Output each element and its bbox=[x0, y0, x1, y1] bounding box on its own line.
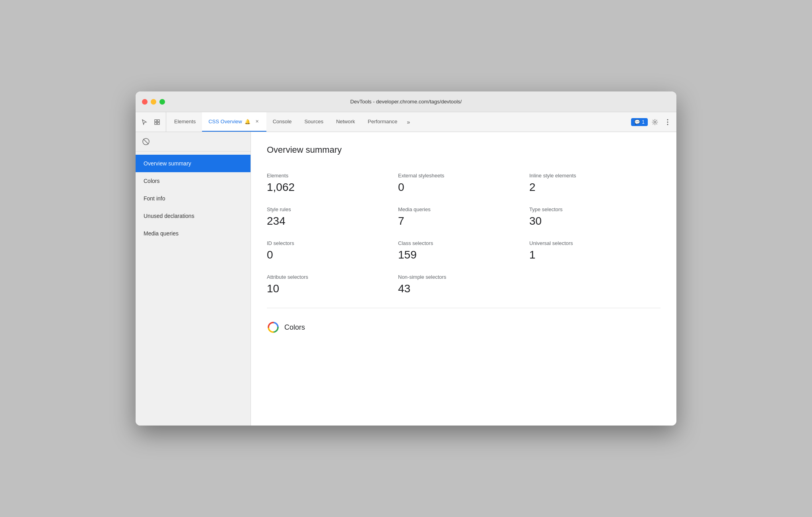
more-tabs-button[interactable]: » bbox=[404, 112, 413, 132]
maximize-button[interactable] bbox=[159, 99, 165, 105]
svg-rect-1 bbox=[157, 120, 159, 122]
stat-elements: Elements 1,062 bbox=[267, 166, 398, 200]
cursor-icon[interactable] bbox=[139, 117, 150, 128]
window-title: DevTools - developer.chrome.com/tags/dev… bbox=[350, 99, 462, 105]
svg-point-6 bbox=[667, 121, 668, 122]
colors-ring-icon bbox=[267, 321, 280, 334]
minimize-button[interactable] bbox=[151, 99, 156, 105]
chat-badge[interactable]: 💬 1 bbox=[631, 118, 648, 126]
block-icon bbox=[141, 137, 151, 146]
stat-external-stylesheets: External stylesheets 0 bbox=[398, 166, 529, 200]
inspect-icon[interactable] bbox=[152, 117, 163, 128]
stat-media-queries: Media queries 7 bbox=[398, 200, 529, 234]
sidebar-item-unused-declarations[interactable]: Unused declarations bbox=[136, 207, 251, 225]
stat-id-selectors: ID selectors 0 bbox=[267, 234, 398, 268]
stat-style-rules: Style rules 234 bbox=[267, 200, 398, 234]
tab-css-overview[interactable]: CSS Overview 🔔 ✕ bbox=[202, 112, 266, 132]
stat-inline-style-elements: Inline style elements 2 bbox=[529, 166, 660, 200]
tab-network[interactable]: Network bbox=[330, 112, 361, 132]
title-bar: DevTools - developer.chrome.com/tags/dev… bbox=[136, 91, 676, 112]
page-title: Overview summary bbox=[267, 145, 660, 155]
stat-universal-selectors: Universal selectors 1 bbox=[529, 234, 660, 268]
toolbar-left bbox=[139, 112, 166, 132]
tab-sources[interactable]: Sources bbox=[298, 112, 330, 132]
sidebar-item-font-info[interactable]: Font info bbox=[136, 190, 251, 207]
sidebar-nav: Overview summary Colors Font info Unused… bbox=[136, 152, 251, 242]
svg-point-5 bbox=[667, 119, 668, 120]
svg-point-4 bbox=[654, 121, 656, 123]
tab-console[interactable]: Console bbox=[266, 112, 298, 132]
stat-class-selectors: Class selectors 159 bbox=[398, 234, 529, 268]
tab-performance[interactable]: Performance bbox=[361, 112, 404, 132]
stat-attribute-selectors: Attribute selectors 10 bbox=[267, 268, 398, 301]
svg-rect-3 bbox=[157, 122, 159, 124]
toolbar-right: 💬 1 bbox=[631, 112, 673, 132]
tab-elements[interactable]: Elements bbox=[168, 112, 202, 132]
sidebar-item-overview-summary[interactable]: Overview summary bbox=[136, 155, 251, 172]
close-button[interactable] bbox=[142, 99, 148, 105]
svg-point-7 bbox=[667, 124, 668, 125]
sidebar: Overview summary Colors Font info Unused… bbox=[136, 132, 251, 426]
tab-close-button[interactable]: ✕ bbox=[254, 119, 260, 124]
colors-section-title: Colors bbox=[284, 323, 305, 332]
svg-rect-0 bbox=[155, 120, 157, 122]
chat-icon: 💬 bbox=[634, 119, 640, 125]
devtools-window: DevTools - developer.chrome.com/tags/dev… bbox=[136, 91, 676, 426]
sidebar-top bbox=[136, 132, 251, 152]
more-menu-icon[interactable] bbox=[662, 117, 673, 128]
colors-section: Colors bbox=[267, 318, 660, 337]
sidebar-item-media-queries[interactable]: Media queries bbox=[136, 225, 251, 242]
content-inner: Overview summary Elements 1,062 External… bbox=[251, 132, 676, 350]
content-panel: Overview summary Elements 1,062 External… bbox=[251, 132, 676, 426]
svg-line-9 bbox=[144, 139, 149, 144]
section-divider bbox=[267, 308, 660, 308]
main-content: Overview summary Colors Font info Unused… bbox=[136, 132, 676, 426]
sidebar-item-colors[interactable]: Colors bbox=[136, 172, 251, 190]
tab-bar: Elements CSS Overview 🔔 ✕ Console Source… bbox=[136, 112, 676, 132]
bell-icon: 🔔 bbox=[245, 119, 251, 124]
stat-type-selectors: Type selectors 30 bbox=[529, 200, 660, 234]
stats-grid: Elements 1,062 External stylesheets 0 In… bbox=[267, 166, 660, 301]
window-controls[interactable] bbox=[142, 99, 165, 105]
tabs: Elements CSS Overview 🔔 ✕ Console Source… bbox=[168, 112, 631, 132]
stat-non-simple-selectors: Non-simple selectors 43 bbox=[398, 268, 529, 301]
settings-icon[interactable] bbox=[649, 117, 660, 128]
svg-rect-2 bbox=[155, 122, 157, 124]
